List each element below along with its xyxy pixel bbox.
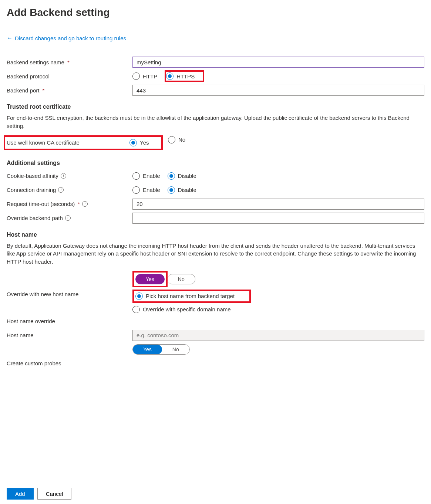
probes-yes-pill[interactable]: Yes — [133, 345, 162, 354]
ca-no-text: No — [178, 136, 185, 143]
protocol-http-text: HTTP — [143, 73, 157, 80]
settings-name-label: Backend settings name — [7, 59, 64, 65]
override-no-pill[interactable]: No — [168, 274, 195, 284]
cookie-affinity-label: Cookie-based affinity — [7, 173, 58, 179]
conn-disable-radio[interactable]: Disable — [168, 186, 196, 194]
override-yes-highlight: Yes — [132, 271, 168, 287]
override-hostname-toggle[interactable]: Yes — [135, 274, 165, 284]
ca-cert-highlight-box: Use well known CA certificate Yes — [4, 135, 163, 150]
additional-heading: Additional settings — [7, 160, 424, 166]
conn-enable-radio[interactable]: Enable — [132, 186, 160, 194]
hostname-field-label: Host name — [7, 332, 34, 338]
timeout-label: Request time-out (seconds) — [7, 201, 75, 207]
info-icon[interactable]: i — [58, 187, 64, 193]
trusted-desc: For end-to-end SSL encryption, the backe… — [7, 114, 424, 130]
cookie-enable-radio[interactable]: Enable — [132, 172, 160, 180]
override-yes-pill[interactable]: Yes — [135, 274, 165, 284]
override-path-input[interactable] — [132, 213, 424, 224]
protocol-label: Backend protocol — [7, 73, 50, 80]
https-highlight-box: HTTPS — [165, 70, 204, 82]
info-icon[interactable]: i — [82, 201, 88, 207]
protocol-http-radio[interactable]: HTTP — [132, 72, 157, 80]
timeout-input[interactable] — [132, 199, 424, 210]
override-specific-radio[interactable]: Override with specific domain name — [132, 306, 231, 313]
cookie-disable-text: Disable — [178, 173, 196, 179]
connection-draining-label: Connection draining — [7, 187, 56, 193]
override-path-label: Override backend path — [7, 215, 63, 221]
trusted-heading: Trusted root certificate — [7, 104, 424, 110]
hostname-override-label: Host name override — [7, 318, 55, 324]
cookie-disable-radio[interactable]: Disable — [168, 172, 196, 180]
back-link-text: Discard changes and go back to routing r… — [15, 35, 126, 41]
info-icon[interactable]: i — [61, 173, 66, 179]
ca-cert-label: Use well known CA certificate — [7, 139, 80, 146]
protocol-https-text: HTTPS — [176, 73, 195, 80]
required-asterisk: * — [78, 201, 80, 207]
conn-disable-text: Disable — [178, 187, 196, 193]
ca-yes-radio[interactable]: Yes — [129, 139, 149, 146]
hostname-desc: By default, Application Gateway does not… — [7, 242, 424, 266]
conn-enable-text: Enable — [143, 187, 160, 193]
custom-probes-label: Create custom probes — [7, 360, 61, 366]
hostname-input — [132, 330, 424, 341]
required-asterisk: * — [42, 87, 44, 94]
info-icon[interactable]: i — [65, 215, 71, 221]
pick-backend-highlight: Pick host name from backend target — [132, 290, 251, 303]
cookie-enable-text: Enable — [143, 173, 160, 179]
required-asterisk: * — [67, 59, 70, 65]
ca-no-radio[interactable]: No — [168, 136, 185, 143]
protocol-https-radio[interactable]: HTTPS — [166, 72, 195, 80]
override-new-host-label: Override with new host name — [7, 291, 78, 297]
custom-probes-toggle[interactable]: Yes No — [132, 344, 190, 355]
override-specific-text: Override with specific domain name — [143, 306, 231, 312]
discard-back-link[interactable]: ← Discard changes and go back to routing… — [7, 35, 126, 41]
page-title: Add Backend setting — [7, 7, 424, 18]
probes-no-pill[interactable]: No — [162, 345, 189, 354]
port-label: Backend port — [7, 87, 39, 94]
settings-name-input[interactable] — [132, 57, 424, 68]
pick-backend-radio[interactable]: Pick host name from backend target — [135, 292, 235, 300]
arrow-left-icon: ← — [7, 35, 13, 41]
ca-yes-text: Yes — [140, 139, 149, 146]
hostname-heading: Host name — [7, 231, 424, 238]
pick-backend-text: Pick host name from backend target — [146, 293, 235, 299]
port-input[interactable] — [132, 85, 424, 96]
